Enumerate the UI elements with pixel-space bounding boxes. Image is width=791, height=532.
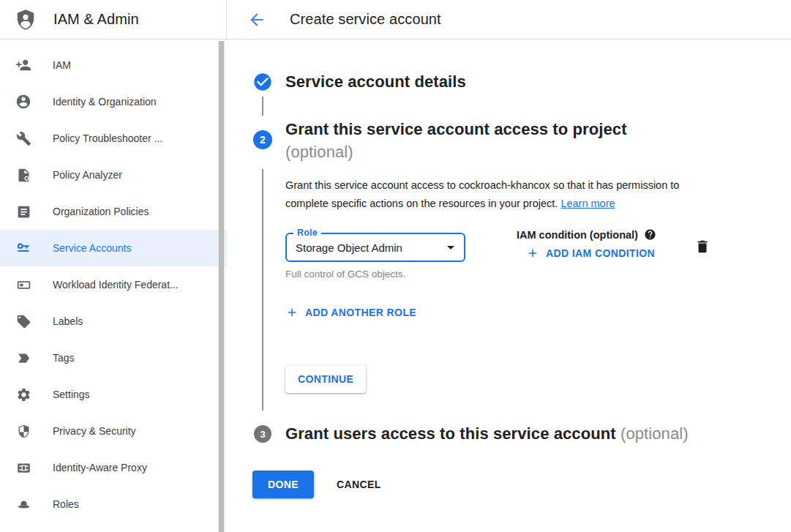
role-select[interactable]: Role Storage Object Admin xyxy=(285,233,465,262)
account-circle-icon xyxy=(15,93,32,110)
plus-icon xyxy=(526,247,539,260)
step3-title: Grant users access to this service accou… xyxy=(285,424,689,444)
step-rail-line xyxy=(227,163,285,416)
back-arrow-icon xyxy=(247,10,266,29)
wrench-icon xyxy=(15,130,32,147)
sidebar-item-label: Policy Troubleshooter ... xyxy=(53,132,162,144)
sidebar: IAM Identity & Organization Policy Troub… xyxy=(0,40,227,532)
iam-condition-label: IAM condition (optional) xyxy=(517,229,638,241)
step2-title: Grant this service account access to pro… xyxy=(285,118,627,163)
hat-icon xyxy=(15,495,32,513)
step-connector-line xyxy=(262,97,263,116)
gear-icon xyxy=(15,386,32,403)
role-selected-value: Storage Object Admin xyxy=(296,241,442,254)
sidebar-item-privacy-security[interactable]: Privacy & Security xyxy=(0,413,227,449)
sidebar-item-labels[interactable]: Labels xyxy=(0,303,227,340)
form-footer: DONE CANCEL xyxy=(252,471,791,498)
sidebar-scrollbar[interactable] xyxy=(218,41,225,532)
add-another-role-button[interactable]: ADD ANOTHER ROLE xyxy=(285,306,416,319)
cancel-button[interactable]: CANCEL xyxy=(337,479,381,490)
sidebar-item-iam[interactable]: IAM xyxy=(0,47,227,83)
sidebar-item-label: Workload Identity Federat... xyxy=(53,279,179,291)
step3-number-badge: 3 xyxy=(254,425,271,443)
done-button[interactable]: DONE xyxy=(252,471,314,498)
continue-button[interactable]: CONTINUE xyxy=(285,365,366,393)
app-header: IAM & Admin Create service account xyxy=(0,0,791,40)
add-iam-condition-button[interactable]: ADD IAM CONDITION xyxy=(526,247,655,260)
back-button[interactable] xyxy=(246,9,268,31)
sidebar-item-identity-aware-proxy[interactable]: Identity-Aware Proxy xyxy=(0,449,227,486)
sidebar-item-service-accounts[interactable]: Service Accounts xyxy=(0,230,227,266)
iam-condition-block: IAM condition (optional) xyxy=(517,228,656,260)
role-field-label: Role xyxy=(293,228,321,238)
product-header: IAM & Admin xyxy=(0,0,227,39)
step3-optional-label: (optional) xyxy=(621,424,689,443)
sidebar-item-label: Settings xyxy=(53,389,90,400)
step2-description: Grant this service account access to coc… xyxy=(285,176,714,213)
sidebar-item-policy-analyzer[interactable]: Policy Analyzer xyxy=(0,157,227,193)
role-helper-text: Full control of GCS objects. xyxy=(285,269,465,280)
sidebar-item-label: Roles xyxy=(53,498,79,510)
sidebar-item-label: Service Accounts xyxy=(53,242,131,254)
person-add-icon xyxy=(15,56,32,74)
step2-body: Grant this service account access to coc… xyxy=(227,163,791,416)
document-lines-icon xyxy=(15,203,32,220)
id-card-icon xyxy=(15,276,32,293)
help-button[interactable] xyxy=(644,228,656,241)
create-service-account-form: Service account details 2 Grant this ser… xyxy=(227,40,791,532)
trash-icon xyxy=(694,239,711,255)
sidebar-item-label: Policy Analyzer xyxy=(53,169,122,181)
plus-icon xyxy=(285,306,299,319)
sidebar-item-label: Labels xyxy=(53,315,83,327)
step1-row: Service account details xyxy=(227,72,791,92)
sidebar-item-settings[interactable]: Settings xyxy=(0,376,227,413)
dropdown-caret-icon xyxy=(442,239,460,256)
page-header: Create service account xyxy=(227,0,791,39)
sidebar-item-label: Identity & Organization xyxy=(53,96,157,108)
service-account-key-icon xyxy=(15,239,32,257)
sidebar-item-label: Tags xyxy=(53,352,75,364)
sidebar-item-label: Organization Policies xyxy=(53,206,149,217)
sidebar-item-workload-identity-federation[interactable]: Workload Identity Federat... xyxy=(0,266,227,303)
iam-admin-app: IAM & Admin Create service account IAM xyxy=(0,0,791,532)
iam-admin-shield-logo-icon xyxy=(15,9,37,31)
sidebar-item-label: IAM xyxy=(53,59,71,71)
step2-optional-label: (optional) xyxy=(285,143,353,161)
sidebar-item-policy-troubleshooter[interactable]: Policy Troubleshooter ... xyxy=(0,120,227,157)
sidebar-item-organization-policies[interactable]: Organization Policies xyxy=(0,193,227,230)
step3-row: 3 Grant users access to this service acc… xyxy=(227,424,791,444)
label-important-icon xyxy=(15,349,32,367)
step2-number-badge: 2 xyxy=(253,130,272,149)
sidebar-item-label: Identity-Aware Proxy xyxy=(53,462,147,473)
step1-complete-check-icon xyxy=(252,72,285,92)
step1-title: Service account details xyxy=(285,72,466,92)
page-title: Create service account xyxy=(290,11,441,28)
help-icon xyxy=(644,228,656,241)
product-title: IAM & Admin xyxy=(53,11,139,28)
shield-half-icon xyxy=(15,422,32,440)
learn-more-link[interactable]: Learn more xyxy=(561,198,615,209)
delete-role-button[interactable] xyxy=(694,239,711,255)
sidebar-item-identity-organization[interactable]: Identity & Organization xyxy=(0,83,227,120)
sidebar-item-roles[interactable]: Roles xyxy=(0,486,227,522)
sidebar-item-tags[interactable]: Tags xyxy=(0,340,227,376)
sidebar-item-label: Privacy & Security xyxy=(53,425,136,437)
tag-icon xyxy=(15,312,32,330)
step2-row: 2 Grant this service account access to p… xyxy=(227,120,791,163)
proxy-icon xyxy=(15,459,32,476)
policy-analyzer-icon xyxy=(15,166,32,184)
